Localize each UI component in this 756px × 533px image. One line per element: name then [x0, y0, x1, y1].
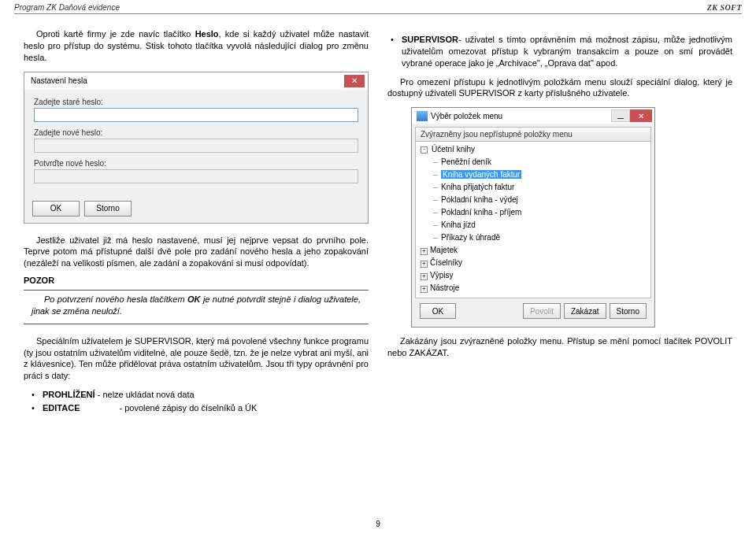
input-old-password[interactable] — [34, 108, 358, 122]
tree-node[interactable]: –Kniha přijatých faktur — [432, 181, 650, 194]
page-number: 9 — [0, 520, 756, 528]
expand-icon[interactable]: + — [421, 286, 428, 293]
tree-label: Výpisy — [430, 271, 453, 279]
text-bold: EDITACE — [43, 403, 80, 413]
para-1: Oproti kartě firmy je zde navíc tlačítko… — [24, 28, 369, 64]
tree-label: Účetní knihy — [432, 143, 475, 156]
collapse-icon[interactable]: - — [421, 146, 428, 154]
tree-node[interactable]: –Peněžní deník — [432, 156, 650, 168]
para-4: Speciálním uživatelem je SUPERVISOR, kte… — [24, 335, 369, 382]
text: Po potvrzení nového hesla tlačítkem — [44, 294, 187, 304]
label-confirm-password: Potvrďte nové heslo: — [34, 159, 358, 168]
close-icon[interactable]: ✕ — [344, 75, 365, 87]
rule — [24, 290, 369, 291]
expand-icon[interactable]: + — [421, 273, 428, 280]
text-bold: SUPERVISOR — [402, 35, 458, 44]
password-dialog: Nastavení hesla ✕ Zadejte staré heslo: Z… — [24, 72, 369, 224]
rule — [24, 324, 369, 324]
tree-node[interactable]: –Pokladní kniha - příjem — [432, 206, 650, 219]
label-new-password: Zadejte nové heslo: — [34, 128, 358, 137]
para-r3: Zakázány jsou zvýrazněné položky menu. P… — [387, 335, 732, 359]
text: Oproti kartě firmy je zde navíc tlačítko — [36, 29, 195, 39]
tree-label: Kniha přijatých faktur — [441, 183, 514, 191]
left-column: Oproti kartě firmy je zde navíc tlačítko… — [24, 28, 369, 420]
dialog-title: Nastavení hesla — [31, 76, 87, 85]
text-bold: Heslo — [195, 29, 219, 39]
para-r2: Pro omezení přístupu k jednotlivým polož… — [387, 76, 732, 100]
list-item: PROHLÍŽENÍ - nelze ukládat nová data — [43, 388, 369, 402]
list-item: EDITACE- povolené zápisy do číselníků a … — [43, 402, 369, 415]
allow-button[interactable]: Povolit — [523, 303, 561, 319]
tree-label: Pokladní kniha - výdej — [441, 195, 518, 204]
tree-node[interactable]: -Účetní knihy — [421, 143, 650, 156]
tree-node[interactable]: –Kniha vydaných faktur — [432, 168, 650, 181]
tree-label-selected: Kniha vydaných faktur — [441, 170, 521, 179]
main-columns: Oproti kartě firmy je zde navíc tlačítko… — [0, 28, 756, 420]
dialog-body: Zadejte staré heslo: Zadejte nové heslo:… — [24, 90, 368, 196]
dialog-titlebar: Výběr položek menu ✕ — [412, 108, 654, 124]
input-confirm-password[interactable] — [34, 169, 358, 183]
tree-label: Nástroje — [430, 283, 459, 292]
ok-button[interactable]: OK — [420, 303, 456, 319]
header-left: Program ZK Daňová evidence — [14, 3, 120, 12]
para-2: Jestliže uživatel již má heslo nastavené… — [24, 235, 369, 270]
menu-tree[interactable]: -Účetní knihy –Peněžní deník –Kniha vyda… — [415, 142, 651, 298]
expand-icon[interactable]: + — [421, 248, 428, 255]
tree-label: Majetek — [430, 246, 458, 254]
dialog-titlebar: Nastavení hesla ✕ — [24, 72, 368, 90]
tree-node[interactable]: –Pokladní kniha - výdej — [432, 194, 650, 206]
cancel-button[interactable]: Storno — [84, 201, 132, 217]
right-column: SUPERVISOR- uživatel s tímto oprávněním … — [387, 28, 732, 420]
dialog-footer: OK Povolit Zakázat Storno — [415, 298, 651, 324]
form-row-new: Zadejte nové heslo: — [34, 128, 358, 153]
menu-select-dialog: Výběr položek menu ✕ Zvýrazněny jsou nep… — [411, 107, 655, 328]
text-bold: PROHLÍŽENÍ — [43, 390, 95, 399]
minimize-icon[interactable] — [611, 109, 630, 122]
label-old-password: Zadejte staré heslo: — [34, 98, 358, 106]
supervisor-list: SUPERVISOR- uživatel s tímto oprávněním … — [387, 33, 732, 70]
tree-label: Pokladní kniha - příjem — [441, 208, 521, 217]
tree-node[interactable]: +Výpisy — [421, 269, 650, 282]
page-header: Program ZK Daňová evidence ZK SOFT — [0, 0, 756, 13]
text: - nelze ukládat nová data — [95, 390, 195, 399]
deny-button[interactable]: Zakázat — [564, 303, 606, 319]
tree-label: Kniha jízd — [441, 220, 476, 229]
tree-node[interactable]: +Nástroje — [421, 282, 650, 294]
tree-node[interactable]: +Majetek — [421, 244, 650, 257]
close-icon[interactable]: ✕ — [630, 109, 652, 122]
note-block: Po potvrzení nového hesla tlačítkem OK j… — [24, 294, 369, 317]
tree-node[interactable]: –Kniha jízd — [432, 219, 650, 231]
header-right: ZK SOFT — [707, 3, 742, 12]
dialog-title: Výběr položek menu — [431, 112, 502, 120]
tree-label: Číselníky — [430, 258, 462, 267]
form-row-confirm: Potvrďte nové heslo: — [34, 159, 358, 183]
ok-button[interactable]: OK — [32, 201, 80, 217]
tree-header: Zvýrazněny jsou nepřístupné položky menu — [415, 127, 651, 142]
pozor-heading: POZOR — [24, 276, 369, 285]
para-3: Po potvrzení nového hesla tlačítkem OK j… — [32, 294, 361, 317]
text: - povolené zápisy do číselníků a ÚK — [119, 403, 257, 413]
title-buttons: ✕ — [611, 109, 652, 122]
dialog-footer: OK Storno — [24, 196, 368, 223]
expand-icon[interactable]: + — [421, 261, 428, 268]
cancel-button[interactable]: Storno — [610, 303, 647, 319]
input-new-password[interactable] — [34, 139, 358, 153]
rights-list: PROHLÍŽENÍ - nelze ukládat nová data EDI… — [24, 388, 369, 415]
tree-label: Peněžní deník — [441, 157, 491, 166]
form-row-old: Zadejte staré heslo: — [34, 98, 358, 122]
app-icon — [417, 111, 428, 121]
tree-node[interactable]: +Číselníky — [421, 257, 650, 269]
dialog-body: Zvýrazněny jsou nepřístupné položky menu… — [412, 124, 654, 327]
header-rule — [14, 13, 742, 14]
list-item: SUPERVISOR- uživatel s tímto oprávněním … — [402, 33, 732, 70]
title-left: Výběr položek menu — [417, 111, 502, 121]
tree-label: Příkazy k úhradě — [441, 233, 500, 242]
tree-node[interactable]: –Příkazy k úhradě — [432, 231, 650, 244]
text-bold: OK — [187, 294, 201, 304]
